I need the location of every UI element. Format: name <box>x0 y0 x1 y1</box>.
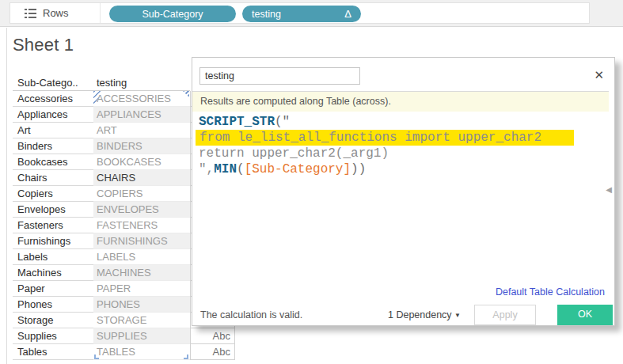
code-min-open-paren: ( <box>237 162 245 176</box>
testing-value-cell[interactable]: FASTENERS <box>93 218 190 233</box>
code-open-paren: (" <box>275 115 290 129</box>
table-row: SuppliesSUPPLIESAbc <box>13 328 235 344</box>
selection-corner-bracket-icon <box>94 355 99 359</box>
table-calc-banner: Results are computed along Table (across… <box>192 91 609 112</box>
testing-value-cell[interactable]: TABLES <box>93 344 190 360</box>
testing-value-cell[interactable]: BOOKCASES <box>93 154 190 170</box>
apply-button[interactable]: Apply <box>474 305 536 325</box>
mark-placeholder-cell[interactable]: Abc <box>190 328 235 344</box>
testing-value-cell[interactable]: LABELS <box>93 249 190 265</box>
code-keyword-scriptstr: SCRIPT_STR <box>199 115 275 129</box>
calculation-valid-status: The calculation is valid. <box>200 309 302 320</box>
pill-testing[interactable]: testing Δ <box>242 6 361 22</box>
testing-value-cell[interactable]: MACHINES <box>93 265 190 281</box>
row-header-label[interactable]: Art <box>13 123 93 138</box>
row-header-label[interactable]: Copiers <box>13 186 93 202</box>
selection-corner-bracket-icon <box>184 355 188 359</box>
rows-shelf-label: Rows <box>43 7 69 19</box>
calculation-editor-dialog: ✕ Results are computed along Table (acro… <box>192 57 615 326</box>
column-header-subcategory[interactable]: Sub-Catego.. <box>13 75 93 91</box>
row-header-label[interactable]: Machines <box>13 265 93 281</box>
default-table-calculation-link[interactable]: Default Table Calculation <box>496 286 605 298</box>
testing-value-cell[interactable]: APPLIANCES <box>93 107 190 123</box>
rows-shelf-strip: Rows Sub-Category testing Δ <box>0 0 623 27</box>
column-header-testing[interactable]: testing <box>93 75 190 91</box>
row-header-label[interactable]: Appliances <box>13 107 93 123</box>
code-keyword-min: MIN <box>214 162 237 176</box>
code-return-line: return upper_char2(_arg1) <box>199 146 389 161</box>
sheet-title[interactable]: Sheet 1 <box>13 35 74 55</box>
table-row: TablesTABLESAbc <box>13 344 235 360</box>
row-header-label[interactable]: Chairs <box>13 170 93 186</box>
code-close-parens: )) <box>351 162 366 176</box>
row-header-label[interactable]: Envelopes <box>13 202 93 218</box>
row-header-label[interactable]: Binders <box>13 138 93 154</box>
functions-pane-collapse-icon[interactable]: ◀ <box>606 185 612 194</box>
formula-editor[interactable]: SCRIPT_STR(" from le_list_all_functions … <box>199 114 597 177</box>
row-header-label[interactable]: Phones <box>13 297 93 313</box>
code-field-subcategory: [Sub-Category] <box>245 162 351 176</box>
testing-value-cell[interactable]: STORAGE <box>93 313 190 328</box>
calculation-name-input[interactable] <box>199 67 360 85</box>
selection-corner-hatch-icon <box>183 91 189 97</box>
row-header-label[interactable]: Labels <box>13 249 93 265</box>
testing-value-cell[interactable]: SUPPLIES <box>93 328 190 344</box>
code-close-quote: ", <box>199 162 214 176</box>
row-header-label[interactable]: Bookcases <box>13 154 93 170</box>
row-header-label[interactable]: Fasteners <box>13 218 93 233</box>
row-header-label[interactable]: Paper <box>13 281 93 297</box>
testing-value-cell[interactable]: COPIERS <box>93 186 190 202</box>
row-header-label[interactable]: Tables <box>13 344 93 360</box>
testing-value-cell[interactable]: CHAIRS <box>93 170 190 186</box>
pill-testing-label: testing <box>252 9 281 20</box>
testing-value-cell[interactable]: BINDERS <box>93 138 190 154</box>
rows-shelf-label-section: Rows <box>10 3 101 23</box>
testing-value-cell[interactable]: ART <box>93 123 190 138</box>
selection-corner-hatch-icon <box>93 91 104 105</box>
code-highlighted-line: from le_list_all_functions import upper_… <box>196 130 574 146</box>
testing-value-cell[interactable]: ACCESSORIES <box>93 91 190 107</box>
row-header-label[interactable]: Furnishings <box>13 233 93 249</box>
pill-sub-category[interactable]: Sub-Category <box>109 6 236 22</box>
testing-value-cell[interactable]: ENVELOPES <box>93 202 190 218</box>
chevron-down-icon: ▼ <box>454 312 461 319</box>
row-header-label[interactable]: Accessories <box>13 91 93 107</box>
close-icon[interactable]: ✕ <box>594 69 604 81</box>
dependency-dropdown[interactable]: 1 Dependency ▼ <box>388 309 461 320</box>
pane-divider <box>6 28 7 364</box>
table-calc-delta-icon: Δ <box>344 9 351 19</box>
mark-placeholder-cell[interactable]: Abc <box>190 344 235 360</box>
row-header-label[interactable]: Storage <box>13 313 93 328</box>
testing-value-cell[interactable]: PAPER <box>93 281 190 297</box>
dependency-count: 1 Dependency <box>388 309 452 320</box>
testing-value-cell[interactable]: PHONES <box>93 297 190 313</box>
rows-shelf: Rows Sub-Category testing Δ <box>9 2 590 24</box>
pill-sub-category-label: Sub-Category <box>142 9 203 20</box>
ok-button[interactable]: OK <box>557 305 613 325</box>
row-header-label[interactable]: Supplies <box>13 328 93 344</box>
testing-value-cell[interactable]: FURNISHINGS <box>93 233 190 249</box>
rows-list-icon <box>25 9 36 18</box>
